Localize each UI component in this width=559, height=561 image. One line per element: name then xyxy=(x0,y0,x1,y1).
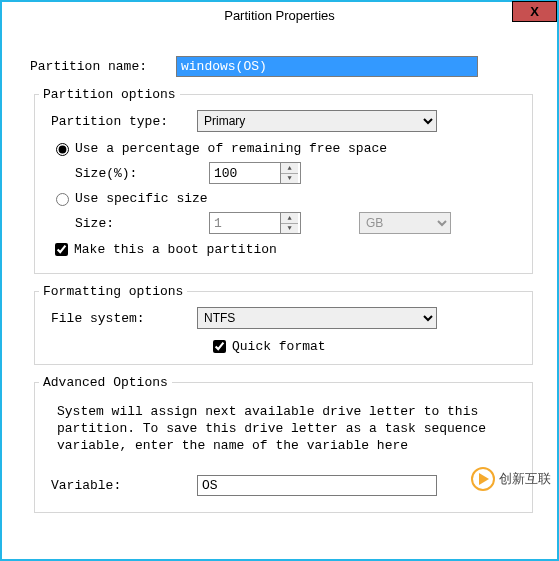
dialog-content: Partition name: Partition options Partit… xyxy=(2,28,557,513)
partition-options-group: Partition options Partition type: Primar… xyxy=(34,87,533,274)
spinner-buttons[interactable]: ▲ ▼ xyxy=(280,163,298,183)
file-system-label: File system: xyxy=(39,311,197,326)
size-percent-spinner[interactable]: ▲ ▼ xyxy=(209,162,301,184)
watermark-text: 创新互联 xyxy=(499,470,551,488)
formatting-options-group: Formatting options File system: NTFS Qui… xyxy=(34,284,533,365)
use-percentage-label: Use a percentage of remaining free space xyxy=(75,141,387,156)
formatting-options-legend: Formatting options xyxy=(39,284,187,299)
variable-label: Variable: xyxy=(39,478,197,493)
use-specific-radio[interactable] xyxy=(56,193,69,206)
spin-up-icon[interactable]: ▲ xyxy=(281,163,298,174)
size-specific-label: Size: xyxy=(39,216,209,231)
spin-down-icon[interactable]: ▼ xyxy=(281,174,298,184)
spinner-buttons-disabled: ▲ ▼ xyxy=(280,213,298,233)
partition-type-select[interactable]: Primary xyxy=(197,110,437,132)
titlebar: Partition Properties X xyxy=(2,2,557,28)
spin-up-icon: ▲ xyxy=(281,213,298,224)
partition-name-label: Partition name: xyxy=(6,59,176,74)
boot-partition-checkbox[interactable] xyxy=(55,243,68,256)
variable-input[interactable] xyxy=(197,475,437,496)
dialog-window: Partition Properties X Partition name: P… xyxy=(2,2,557,559)
size-specific-spinner: ▲ ▼ xyxy=(209,212,301,234)
quick-format-checkbox[interactable] xyxy=(213,340,226,353)
advanced-options-group: Advanced Options System will assign next… xyxy=(34,375,533,513)
watermark: 创新互联 xyxy=(471,467,551,491)
use-specific-label: Use specific size xyxy=(75,191,208,206)
file-system-select[interactable]: NTFS xyxy=(197,307,437,329)
watermark-icon xyxy=(471,467,495,491)
spin-down-icon: ▼ xyxy=(281,224,298,234)
partition-type-label: Partition type: xyxy=(39,114,197,129)
advanced-description: System will assign next available drive … xyxy=(39,398,528,459)
partition-options-legend: Partition options xyxy=(39,87,180,102)
close-icon: X xyxy=(530,4,539,19)
quick-format-label: Quick format xyxy=(232,339,326,354)
size-percent-label: Size(%): xyxy=(39,166,209,181)
dialog-title: Partition Properties xyxy=(2,8,557,23)
advanced-options-legend: Advanced Options xyxy=(39,375,172,390)
size-percent-input[interactable] xyxy=(210,163,280,183)
use-percentage-radio[interactable] xyxy=(56,143,69,156)
close-button[interactable]: X xyxy=(512,1,557,22)
size-unit-select: GB xyxy=(359,212,451,234)
boot-partition-label: Make this a boot partition xyxy=(74,242,277,257)
partition-name-input[interactable] xyxy=(176,56,478,77)
size-specific-input xyxy=(210,213,280,233)
